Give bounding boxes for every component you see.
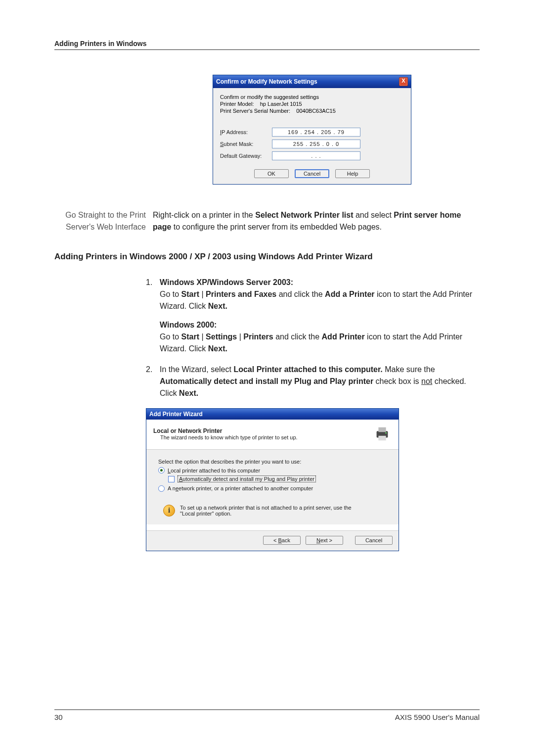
- serial-row: Print Server's Serial Number: 0040BC63AC…: [220, 108, 404, 114]
- help-button[interactable]: Help: [335, 169, 370, 178]
- ip-address-input[interactable]: 169 . 254 . 205 . 79: [272, 128, 360, 137]
- svg-rect-1: [378, 427, 386, 432]
- checkbox-icon: [168, 476, 175, 482]
- cancel-button[interactable]: Cancel: [355, 536, 393, 545]
- dialog-titlebar: Confirm or Modify Network Settings X: [213, 75, 411, 88]
- dialog-title: Add Printer Wizard: [149, 411, 203, 418]
- serial-label: Print Server's Serial Number:: [220, 108, 290, 114]
- page-number: 30: [54, 713, 63, 721]
- step-1: 1. Windows XP/Windows Server 2003: Go to…: [146, 277, 480, 355]
- section-body: Right-click on a printer in the Select N…: [153, 209, 480, 233]
- radio-icon: [158, 467, 165, 473]
- info-text: To set up a network printer that is not …: [180, 505, 353, 517]
- subnet-mask-label: Subnet Mask:: [220, 141, 272, 147]
- step1-body-2000: Go to Start | Settings | Printers and cl…: [160, 331, 480, 355]
- subnet-mask-input[interactable]: 255 . 255 . 0 . 0: [272, 140, 360, 148]
- section-heading: Adding Printers in Windows 2000 / XP / 2…: [54, 252, 480, 262]
- local-printer-radio[interactable]: Local printer attached to this computer: [158, 467, 260, 473]
- next-button[interactable]: Next >: [306, 536, 343, 545]
- svg-rect-2: [378, 436, 386, 441]
- step1-subhead-2000: Windows 2000:: [160, 319, 480, 331]
- dialog-title: Confirm or Modify Network Settings: [216, 78, 317, 85]
- network-printer-radio[interactable]: A neetwork printer, or a printer attache…: [158, 485, 313, 492]
- auto-detect-label: Automatically detect and install my Plug…: [178, 475, 316, 482]
- back-button[interactable]: < Back: [263, 536, 301, 545]
- step-number: 2.: [146, 364, 160, 399]
- section-side-label: Go Straight to the Print Server's Web In…: [54, 209, 153, 233]
- printer-model-value: hp LaserJet 1015: [260, 101, 302, 107]
- printer-model-label: Printer Model:: [220, 101, 254, 107]
- network-printer-label: A neetwork printer, or a printer attache…: [168, 485, 313, 491]
- dialog-intro: Confirm or modify the suggested settings: [220, 94, 404, 100]
- default-gateway-input[interactable]: . . .: [272, 151, 360, 160]
- step2-body: In the Wizard, select Local Printer atta…: [160, 364, 480, 399]
- dialog-titlebar: Add Printer Wizard: [146, 409, 399, 420]
- step1-body-xp: Go to Start | Printers and Faxes and cli…: [160, 288, 480, 312]
- add-printer-wizard-dialog: Add Printer Wizard Local or Network Prin…: [146, 408, 399, 551]
- banner-title: Local or Network Printer: [153, 427, 298, 434]
- footer-manual-title: AXIS 5900 User's Manual: [395, 713, 480, 721]
- step-number: 1.: [146, 277, 160, 355]
- printer-icon: [373, 425, 392, 443]
- printer-model-row: Printer Model: hp LaserJet 1015: [220, 101, 404, 107]
- auto-detect-checkbox[interactable]: Automatically detect and install my Plug…: [168, 475, 316, 482]
- serial-value: 0040BC63AC15: [296, 108, 336, 114]
- ip-address-label: IP Address:: [220, 129, 272, 135]
- ok-button[interactable]: OK: [254, 169, 289, 178]
- radio-icon: [158, 485, 165, 492]
- banner-subtitle: The wizard needs to know which type of p…: [160, 434, 298, 440]
- network-settings-dialog: Confirm or Modify Network Settings X Con…: [213, 75, 411, 185]
- cancel-button[interactable]: Cancel: [295, 169, 329, 178]
- step-2: 2. In the Wizard, select Local Printer a…: [146, 364, 480, 399]
- step1-subhead-xp: Windows XP/Windows Server 2003:: [160, 277, 480, 288]
- local-printer-label: Local printer attached to this computer: [168, 468, 260, 473]
- page-header: Adding Printers in Windows: [54, 40, 480, 50]
- svg-point-3: [385, 432, 387, 434]
- select-prompt: Select the option that describes the pri…: [158, 459, 389, 465]
- close-icon[interactable]: X: [399, 77, 408, 86]
- info-icon: i: [163, 505, 175, 517]
- default-gateway-label: Default Gateway:: [220, 153, 272, 159]
